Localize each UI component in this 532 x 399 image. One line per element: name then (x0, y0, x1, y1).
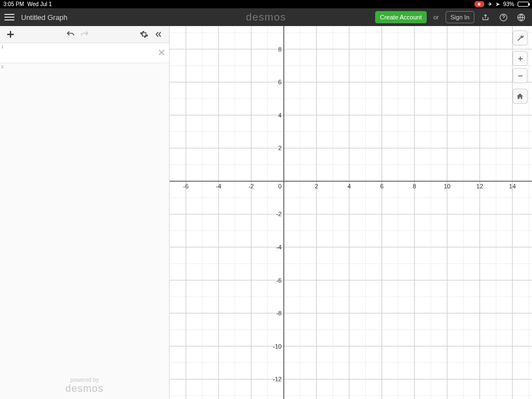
svg-text:4: 4 (347, 183, 351, 190)
row-number: 2 (0, 63, 6, 83)
settings-icon[interactable] (137, 27, 151, 42)
undo-button[interactable] (63, 27, 78, 42)
svg-text:-12: -12 (273, 376, 282, 382)
help-icon[interactable] (497, 11, 510, 24)
svg-text:-2: -2 (276, 211, 282, 217)
expression-input[interactable] (6, 43, 169, 63)
row-number: 1 (0, 43, 6, 63)
svg-text:0: 0 (278, 183, 282, 190)
create-account-button[interactable]: Create Account (375, 11, 427, 23)
battery-pct: 93% (503, 1, 514, 7)
svg-text:8: 8 (413, 183, 416, 190)
svg-text:2: 2 (315, 183, 318, 190)
powered-by: powered by desmos (0, 377, 169, 395)
graph-title[interactable]: Untitled Graph (21, 13, 68, 22)
appbar: Untitled Graph desmos Create Account or … (0, 8, 532, 26)
expression-input[interactable] (6, 63, 169, 83)
zoom-in-button[interactable] (513, 51, 528, 66)
svg-text:-2: -2 (248, 183, 254, 190)
svg-text:6: 6 (380, 183, 383, 190)
svg-text:2: 2 (278, 145, 282, 151)
svg-text:4: 4 (278, 112, 282, 119)
svg-text:-10: -10 (273, 343, 282, 350)
record-icon (474, 1, 484, 7)
svg-text:-4: -4 (216, 183, 221, 190)
menu-icon[interactable] (4, 11, 17, 23)
or-text: or (431, 14, 441, 21)
location-icon: ➤ (495, 1, 500, 7)
graph-canvas[interactable]: -6-4-2024681012148642-2-4-6-8-10-12 (170, 26, 532, 399)
svg-text:8: 8 (278, 46, 282, 53)
wrench-icon[interactable] (513, 30, 528, 45)
collapse-panel-button[interactable] (151, 27, 166, 42)
share-icon[interactable] (479, 11, 492, 24)
svg-text:-4: -4 (276, 244, 282, 250)
brand-logo: desmos (246, 11, 287, 23)
airplane-icon: ✈ (488, 1, 492, 7)
home-icon[interactable] (513, 89, 528, 104)
svg-text:-6: -6 (276, 277, 282, 284)
svg-text:-6: -6 (183, 183, 189, 190)
svg-text:14: 14 (509, 183, 516, 190)
svg-text:12: 12 (477, 183, 483, 190)
svg-text:6: 6 (278, 79, 282, 85)
battery-icon (518, 2, 529, 7)
expression-panel: 1 ✕ 2 powered by desmos (0, 26, 170, 399)
expression-row[interactable]: 2 (0, 63, 169, 83)
sidebar-toolbar (0, 26, 169, 43)
close-icon[interactable]: ✕ (157, 47, 166, 59)
expression-row[interactable]: 1 ✕ (0, 43, 169, 63)
statusbar-time: 3:05 PM (3, 1, 24, 7)
add-expression-button[interactable] (3, 27, 18, 42)
svg-text:10: 10 (444, 183, 451, 190)
statusbar-date: Wed Jul 1 (27, 1, 52, 7)
svg-text:-8: -8 (276, 310, 282, 316)
zoom-out-button[interactable] (513, 68, 528, 83)
globe-icon[interactable] (514, 11, 528, 24)
redo-button[interactable] (78, 27, 92, 42)
statusbar: 3:05 PM Wed Jul 1 ✈ ➤ 93% (0, 0, 532, 8)
sign-in-button[interactable]: Sign In (446, 11, 474, 23)
